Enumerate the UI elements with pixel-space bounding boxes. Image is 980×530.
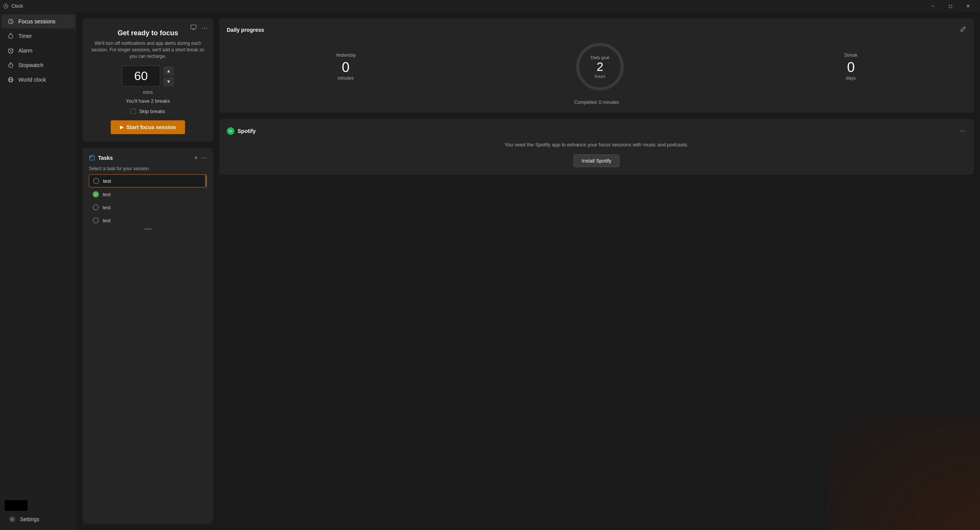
duration-unit: mins <box>90 90 205 95</box>
task-item[interactable]: test <box>89 201 207 213</box>
close-button[interactable]: ✕ <box>959 0 977 12</box>
spotify-title-row: Spotify <box>227 127 256 135</box>
sidebar-item-timer[interactable]: Timer <box>2 29 75 43</box>
spotify-header: Spotify ⋯ <box>227 126 966 135</box>
task-radio-1 <box>93 178 99 184</box>
edit-progress-button[interactable] <box>960 26 966 34</box>
svg-point-9 <box>11 519 13 520</box>
spotify-name: Spotify <box>238 128 256 134</box>
yesterday-unit: minutes <box>336 75 356 81</box>
task-radio-3 <box>93 204 99 210</box>
titlebar-controls: − ◻ ✕ <box>924 0 977 12</box>
sidebar-item-settings[interactable]: Settings <box>3 512 74 526</box>
time-selector: 60 ▲ ▼ <box>90 66 205 87</box>
tasks-header: Tasks + ⋯ <box>89 154 207 161</box>
duration-up-button[interactable]: ▲ <box>163 66 174 75</box>
tasks-title: Tasks <box>98 155 113 161</box>
streak-value: 0 <box>844 59 858 75</box>
start-focus-button[interactable]: ▶ Start focus session <box>111 120 185 134</box>
titlebar-left: Clock <box>3 3 23 9</box>
progress-title: Daily progress <box>227 27 264 33</box>
duration-down-button[interactable]: ▼ <box>163 77 174 86</box>
stopwatch-icon <box>8 62 14 68</box>
settings-bar-placeholder <box>5 500 28 511</box>
svg-line-2 <box>6 6 7 7</box>
task-name-2: test <box>103 192 111 197</box>
settings-label: Settings <box>20 516 39 522</box>
completed-text: Completed: 0 minutes <box>227 100 966 105</box>
svg-rect-10 <box>191 25 196 29</box>
focus-sessions-icon <box>8 18 14 25</box>
left-column: ⋯ Get ready to focus We'll turn off noti… <box>83 18 213 524</box>
skip-breaks-checkbox[interactable] <box>131 109 136 114</box>
task-radio-4 <box>93 217 99 223</box>
goal-circle: Daily goal 2 hours <box>573 40 627 94</box>
task-name-1: test <box>103 178 111 184</box>
focus-card: ⋯ Get ready to focus We'll turn off noti… <box>83 18 213 142</box>
skip-breaks-label: Skip breaks <box>139 108 165 114</box>
sidebar-item-stopwatch[interactable]: Stopwatch <box>2 58 75 72</box>
restore-button[interactable]: ◻ <box>942 0 959 12</box>
yesterday-label: Yesterday <box>336 53 356 58</box>
spotify-icon <box>227 127 234 135</box>
main-content: ⋯ Get ready to focus We'll turn off noti… <box>77 12 980 530</box>
clock-app-icon <box>3 3 8 9</box>
titlebar-title: Clock <box>11 3 23 9</box>
task-item[interactable]: test <box>89 214 207 226</box>
alarm-icon <box>8 48 14 54</box>
titlebar: Clock − ◻ ✕ <box>0 0 980 12</box>
spotify-card: Spotify ⋯ You need the Spotify app to en… <box>219 119 974 175</box>
timer-icon <box>8 33 14 39</box>
world-clock-icon <box>8 77 14 83</box>
task-item[interactable]: test <box>89 174 207 187</box>
play-icon: ▶ <box>120 125 123 130</box>
tasks-more-button[interactable]: ⋯ <box>201 154 207 161</box>
task-name-3: test <box>103 205 111 210</box>
task-name-4: test <box>103 218 111 223</box>
focus-title: Get ready to focus <box>90 29 205 37</box>
spotify-more-button[interactable]: ⋯ <box>959 126 966 135</box>
sidebar-item-label-timer: Timer <box>18 33 32 39</box>
progress-header: Daily progress <box>227 26 966 34</box>
install-spotify-button[interactable]: Install Spotify <box>574 154 619 167</box>
svg-point-4 <box>9 34 13 39</box>
sidebar-item-label-world-clock: World clock <box>18 77 46 83</box>
streak-label: Streak <box>844 53 858 58</box>
tasks-card: Tasks + ⋯ Select a task for your session… <box>83 148 213 524</box>
yesterday-value: 0 <box>336 59 356 75</box>
start-focus-label: Start focus session <box>126 124 176 130</box>
tasks-icon <box>89 155 95 161</box>
streak-stat: Streak 0 days <box>844 53 858 81</box>
sidebar-item-label-stopwatch: Stopwatch <box>18 62 43 68</box>
focus-more-button[interactable]: ⋯ <box>201 24 208 33</box>
duration-value: 60 <box>122 66 160 87</box>
task-select-label: Select a task for your session <box>89 166 207 171</box>
task-list: test test test test <box>89 174 207 230</box>
daily-goal-unit: hours <box>591 74 609 79</box>
time-arrows: ▲ ▼ <box>163 66 174 86</box>
progress-content: Yesterday 0 minutes Daily goal 2 hours <box>227 40 966 94</box>
task-radio-2 <box>93 191 99 197</box>
streak-unit: days <box>844 75 858 81</box>
task-item[interactable]: test <box>89 188 207 200</box>
screen-icon-button[interactable] <box>189 23 198 33</box>
right-column: Daily progress Yesterday 0 minutes <box>219 18 974 524</box>
sidebar-item-alarm[interactable]: Alarm <box>2 44 75 57</box>
sidebar-item-world-clock[interactable]: World clock <box>2 73 75 87</box>
sidebar-footer: Settings <box>0 496 77 530</box>
app-layout: Focus sessions Timer <box>0 12 980 530</box>
daily-goal-label: Daily goal <box>591 55 609 60</box>
sidebar-item-label-alarm: Alarm <box>18 48 33 54</box>
scroll-indicator <box>89 227 207 230</box>
sidebar-item-focus-sessions[interactable]: Focus sessions <box>2 15 75 28</box>
yesterday-stat: Yesterday 0 minutes <box>336 53 356 81</box>
spotify-desc: You need the Spotify app to enhance your… <box>227 141 966 148</box>
daily-progress-card: Daily progress Yesterday 0 minutes <box>219 18 974 113</box>
scrollbar <box>205 175 206 187</box>
breaks-info: You'll have 2 breaks <box>90 98 205 104</box>
focus-card-header: ⋯ <box>189 23 208 33</box>
minimize-button[interactable]: − <box>924 0 942 12</box>
settings-icon <box>9 516 15 522</box>
skip-breaks-row: Skip breaks <box>90 108 205 114</box>
add-task-button[interactable]: + <box>194 154 198 161</box>
